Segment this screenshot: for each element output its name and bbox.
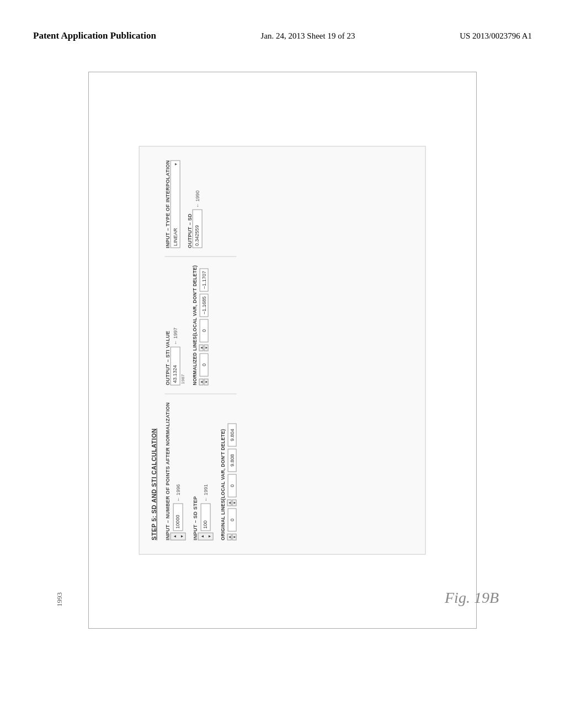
ref-arrow-1997: ← 1997 — [173, 328, 178, 345]
input-row-sd-step: ▲ ▼ 100 ← 1991 — [198, 402, 214, 540]
diagram-container: STEP 5: SD AND STI CALCULATION INPUT – N… — [88, 72, 477, 629]
spinner-orig-1[interactable]: ▲ ▼ — [227, 534, 237, 540]
spinner-sd-step[interactable]: ▲ ▼ — [198, 533, 214, 540]
label-interpolation-type: INPUT – TYPE OF INTERPOLATION — [165, 160, 170, 248]
field-sd-step[interactable]: 100 — [201, 504, 211, 531]
original-lines-label: ORIGINAL LINES(LOCAL VAR, DON'T DELETE) — [220, 402, 226, 540]
diagram-inner: STEP 5: SD AND STI CALCULATION INPUT – N… — [89, 72, 476, 628]
ref-arrow-1990: ← 1990 — [195, 190, 200, 208]
combo-arrow-icon: ▼ — [174, 162, 178, 166]
spinner-num-points[interactable]: ▲ ▼ — [170, 533, 186, 540]
field-output-sd[interactable]: 0.342559 — [193, 210, 202, 248]
ref-1987: 1987 — [180, 265, 185, 384]
spinner-norm-1[interactable]: ▲ ▼ — [199, 378, 209, 385]
label-sti-value: OUTPUT – STI VALUE — [165, 265, 170, 386]
fig-label: Fig. 19B — [445, 589, 499, 607]
spinner-norm-2[interactable]: ▲ ▼ — [199, 344, 209, 351]
label-output-sd: OUTPUT – SD — [187, 160, 193, 248]
ref-number-1993: 1993 — [55, 592, 64, 607]
publication-title: Patent Application Publication — [33, 30, 156, 41]
input-row-sti: 43.1324 ← 1997 — [170, 265, 180, 386]
normalized-lines-section: NORMALIZED LINES(LOCAL VAR, DON'T DELETE… — [192, 265, 209, 386]
left-section: INPUT – NUMBER OF POINTS AFTER NORMALIZA… — [165, 393, 237, 540]
norm-val1[interactable]: 0 — [200, 353, 209, 376]
orig-val4[interactable]: 9.804 — [228, 424, 237, 447]
step-title: STEP 5: SD AND STI CALCULATION — [151, 160, 157, 540]
right-section: INPUT – TYPE OF INTERPOLATION LINEAR ▼ O… — [165, 160, 237, 256]
input-row-output-sd: 0.342559 ← 1990 — [193, 160, 202, 248]
original-values-row: ▲ ▼ 0 ▲ ▼ 0 9.808 9.804 — [227, 402, 237, 540]
patent-number: US 2013/0023796 A1 — [460, 31, 532, 41]
input-row-num-points: ▲ ▼ 10000 ← 1996 — [170, 402, 186, 540]
ref-arrow-1991: ← 1991 — [203, 484, 209, 502]
norm-val4[interactable]: –1.1707 — [200, 268, 209, 291]
page-header: Patent Application Publication Jan. 24, … — [33, 30, 532, 41]
ui-panel: STEP 5: SD AND STI CALCULATION INPUT – N… — [139, 146, 426, 554]
orig-val1[interactable]: 0 — [228, 508, 237, 532]
label-sd-step: INPUT – SD STEP — [193, 402, 198, 540]
normalized-values-row: ▲ ▼ 0 ▲ ▼ 0 –1.1685 –1.1707 — [199, 265, 209, 386]
combo-value: LINEAR — [173, 228, 178, 246]
orig-val2[interactable]: 0 — [228, 474, 237, 497]
middle-section: OUTPUT – STI VALUE 43.1324 ← 1997 1987 N… — [165, 256, 237, 394]
original-lines-section: ORIGINAL LINES(LOCAL VAR, DON'T DELETE) … — [220, 402, 237, 540]
combo-interpolation[interactable]: LINEAR ▼ — [170, 160, 180, 248]
norm-val3[interactable]: –1.1685 — [200, 293, 209, 317]
field-num-points[interactable]: 10000 — [173, 504, 183, 531]
field-sti-value[interactable]: 43.1324 — [170, 346, 180, 385]
orig-val3[interactable]: 9.808 — [228, 449, 237, 472]
sheet-info: Jan. 24, 2013 Sheet 19 of 23 — [261, 31, 355, 41]
normalized-lines-label: NORMALIZED LINES(LOCAL VAR, DON'T DELETE… — [192, 265, 198, 386]
label-num-points: INPUT – NUMBER OF POINTS AFTER NORMALIZA… — [165, 402, 170, 540]
spinner-orig-2[interactable]: ▲ ▼ — [227, 500, 237, 506]
norm-val2[interactable]: 0 — [200, 319, 209, 342]
ref-arrow-1996: ← 1996 — [175, 484, 181, 502]
main-columns: INPUT – NUMBER OF POINTS AFTER NORMALIZA… — [165, 160, 237, 540]
